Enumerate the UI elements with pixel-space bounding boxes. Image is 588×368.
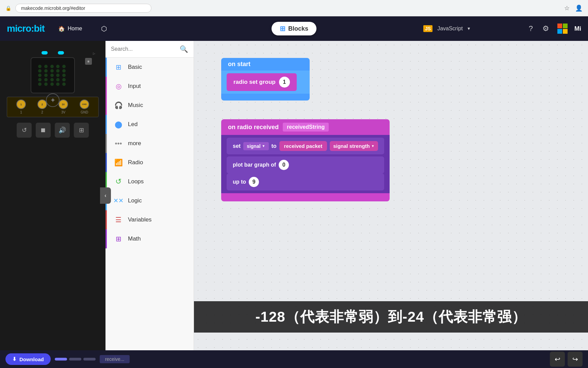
led-4-4 bbox=[62, 82, 66, 86]
led-3-0 bbox=[38, 78, 42, 81]
dot-3 bbox=[83, 358, 96, 361]
on-start-body: radio set group 1 bbox=[221, 71, 310, 94]
receive-label: receive... bbox=[105, 356, 125, 362]
sidebar-item-music[interactable]: 🎧 Music bbox=[105, 96, 194, 115]
input-icon: ◎ bbox=[114, 81, 123, 91]
input-label: Input bbox=[128, 83, 141, 90]
app-logo: micro:bit bbox=[7, 23, 45, 34]
led-2-1 bbox=[44, 74, 48, 77]
music-label: Music bbox=[128, 102, 143, 109]
chevron-down-icon: ▼ bbox=[467, 26, 471, 31]
led-1-1 bbox=[44, 69, 48, 73]
up-to-block[interactable]: up to 9 bbox=[227, 173, 384, 190]
variables-label: Variables bbox=[128, 216, 152, 223]
b-button-indicator: B ▷ bbox=[93, 51, 95, 55]
led-2-4 bbox=[62, 74, 66, 77]
js-icon: JS bbox=[423, 25, 432, 32]
home-button[interactable]: 🏠 Home bbox=[53, 23, 88, 35]
plot-bar-label: plot bar graph of bbox=[233, 162, 276, 168]
help-button[interactable]: ? bbox=[527, 23, 534, 34]
led-matrix bbox=[31, 57, 75, 93]
up-to-value[interactable]: 9 bbox=[249, 177, 259, 187]
share-button[interactable]: ⬡ bbox=[96, 22, 112, 35]
profile-icon[interactable]: 👤 bbox=[575, 4, 583, 12]
redo-button[interactable]: ↪ bbox=[568, 352, 583, 367]
radio-group-value[interactable]: 1 bbox=[279, 77, 290, 88]
download-label: Download bbox=[19, 356, 44, 362]
url-bar[interactable]: makecode.microbit.org/#editor bbox=[15, 4, 151, 13]
music-icon: 🎧 bbox=[114, 101, 123, 110]
sidebar-item-more[interactable]: ••• more bbox=[105, 134, 194, 153]
blocks-tab[interactable]: ⊞ Blocks bbox=[272, 22, 316, 35]
undo-button[interactable]: ↩ bbox=[550, 352, 565, 367]
javascript-tab[interactable]: JS JavaScript ▼ bbox=[416, 22, 478, 35]
led-3-1 bbox=[44, 78, 48, 81]
on-start-block: on start bbox=[221, 58, 310, 71]
led-4-0 bbox=[38, 82, 42, 86]
restart-button[interactable]: ↺ bbox=[17, 123, 32, 138]
signal-dropdown[interactable]: signal ▼ bbox=[243, 142, 268, 150]
led-1-4 bbox=[62, 69, 66, 73]
download-icon: ⬇ bbox=[12, 356, 17, 362]
search-input[interactable] bbox=[111, 46, 180, 52]
led-icon: ⬤ bbox=[114, 120, 123, 129]
share-icon: ⬡ bbox=[101, 25, 107, 33]
sidebar-item-logic[interactable]: ✕✕ Logic bbox=[105, 191, 194, 210]
radio-icon: 📶 bbox=[114, 158, 123, 167]
radio-label: Radio bbox=[128, 159, 143, 166]
screenshot-button[interactable]: ⊞ bbox=[74, 123, 89, 138]
eye-left bbox=[42, 51, 48, 55]
collapse-simulator-button[interactable]: ‹ bbox=[100, 187, 111, 204]
led-1-3 bbox=[56, 69, 60, 73]
star-icon[interactable]: ☆ bbox=[564, 4, 570, 12]
mi-label: Mi bbox=[574, 25, 581, 32]
blocks-icon: ⊞ bbox=[280, 25, 285, 33]
signal-strength-arrow: ▼ bbox=[371, 144, 375, 148]
variables-icon: ☰ bbox=[114, 215, 123, 225]
up-to-label: up to bbox=[233, 179, 246, 185]
sidebar-item-loops[interactable]: ↺ Loops bbox=[105, 172, 194, 191]
more-icon: ••• bbox=[114, 139, 123, 148]
on-start-block-group: on start radio set group 1 bbox=[221, 58, 310, 101]
settings-button[interactable]: ⚙ bbox=[541, 23, 551, 34]
plot-bar-graph-block[interactable]: plot bar graph of 0 bbox=[227, 156, 384, 173]
subtitle-text: -128（代表非常弱）到-24（代表非常强） bbox=[256, 307, 527, 326]
home-icon: 🏠 bbox=[58, 26, 65, 32]
sidebar-item-math[interactable]: ⊞ Math bbox=[105, 229, 194, 248]
signal-dropdown-arrow: ▼ bbox=[262, 144, 265, 148]
microsoft-logo bbox=[557, 24, 568, 34]
led-3-4 bbox=[62, 78, 66, 81]
sidebar-item-radio[interactable]: 📶 Radio bbox=[105, 153, 194, 172]
sidebar-item-basic[interactable]: ⊞ Basic bbox=[105, 58, 194, 77]
led-4-1 bbox=[44, 82, 48, 86]
sidebar-item-variables[interactable]: ☰ Variables bbox=[105, 210, 194, 229]
receive-bar: receive... bbox=[100, 355, 130, 363]
bottom-bar: ⬇ Download receive... ↩ ↪ bbox=[0, 350, 588, 368]
editor-area[interactable]: on start radio set group 1 on radio rece… bbox=[194, 41, 588, 350]
stop-button[interactable]: ⏹ bbox=[36, 123, 51, 138]
plot-value[interactable]: 0 bbox=[279, 160, 289, 170]
led-label: Led bbox=[128, 121, 137, 128]
led-2-2 bbox=[50, 74, 54, 77]
sound-button[interactable]: 🔊 bbox=[55, 123, 70, 138]
home-label: Home bbox=[68, 26, 82, 32]
logic-icon: ✕✕ bbox=[114, 196, 123, 205]
led-3-3 bbox=[56, 78, 60, 81]
radio-set-group-block[interactable]: radio set group 1 bbox=[227, 73, 297, 91]
download-button[interactable]: ⬇ Download bbox=[5, 353, 51, 365]
on-radio-received-block-group: on radio received receivedString set sig… bbox=[221, 119, 390, 201]
sidebar-item-led[interactable]: ⬤ Led bbox=[105, 115, 194, 134]
simulator-panel: B ▷ bbox=[0, 41, 105, 350]
basic-icon: ⊞ bbox=[114, 62, 123, 72]
toolbox-items: ⊞ Basic ◎ Input 🎧 Music ⬤ Led ••• more 📶 bbox=[105, 58, 194, 350]
dot-1 bbox=[55, 358, 67, 361]
app-header: micro:bit 🏠 Home ⬡ ⊞ Blocks JS JavaScrip… bbox=[0, 16, 588, 41]
header-right: ? ⚙ Mi bbox=[527, 23, 581, 34]
led-1-0 bbox=[38, 69, 42, 73]
compass-icon: ✦ bbox=[46, 93, 60, 107]
signal-strength-block[interactable]: signal strength ▼ bbox=[330, 141, 378, 151]
led-2-0 bbox=[38, 74, 42, 77]
led-0-1 bbox=[44, 65, 48, 68]
set-signal-block[interactable]: set signal ▼ to received packet signal s… bbox=[227, 138, 384, 154]
sidebar-item-input[interactable]: ◎ Input bbox=[105, 77, 194, 96]
